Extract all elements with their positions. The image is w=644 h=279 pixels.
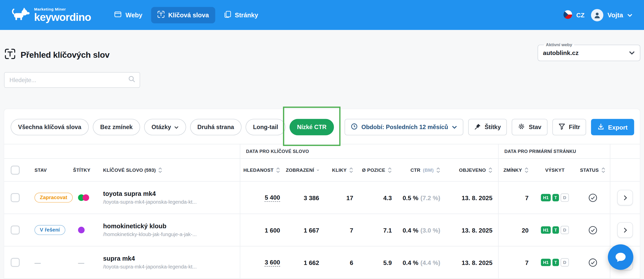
chip-label: Nízké CTR bbox=[297, 124, 327, 130]
column-header-objeveno[interactable]: OBJEVENO bbox=[446, 159, 498, 181]
chip-druha-strana[interactable]: Druhá strana bbox=[190, 119, 242, 135]
sort-icon bbox=[436, 167, 440, 173]
filter-chips-row: Všechna klíčová slova Bez zmínek Otázky … bbox=[4, 109, 640, 135]
zobrazeni-value: 1 662 bbox=[304, 259, 319, 266]
chevron-down-icon bbox=[627, 11, 632, 19]
kliky-value: 17 bbox=[346, 194, 353, 201]
column-header-actions bbox=[610, 159, 640, 181]
column-header-keyword[interactable]: KLÍČOVÉ SLOVO (593) bbox=[99, 159, 240, 181]
chat-launcher[interactable] bbox=[608, 244, 633, 270]
table-toolbar: Období: Posledních 12 měsíců Štítky bbox=[345, 119, 634, 135]
status-empty: — bbox=[34, 259, 41, 266]
row-checkbox[interactable] bbox=[11, 258, 20, 267]
export-button-label: Export bbox=[608, 124, 628, 131]
check-circle-icon bbox=[588, 193, 597, 202]
select-all-checkbox[interactable] bbox=[11, 165, 20, 175]
active-web-select[interactable]: Aktivní weby autoblink.cz bbox=[538, 42, 640, 61]
brand-logo[interactable]: Marketing Miner keywordino bbox=[12, 7, 91, 23]
tags-button[interactable]: Štítky bbox=[468, 119, 507, 135]
top-navbar: Marketing Miner keywordino Weby bbox=[0, 0, 644, 30]
nav-item-label: Klíčová slova bbox=[168, 11, 209, 19]
tags-button-label: Štítky bbox=[485, 124, 501, 130]
title-badge: T bbox=[552, 259, 559, 266]
column-header-zminky[interactable]: ZMÍNKY bbox=[498, 159, 534, 181]
vyskyt-badges: H1 T D bbox=[541, 226, 569, 234]
chip-label: Otázky bbox=[151, 124, 171, 130]
export-button[interactable]: Export bbox=[591, 119, 634, 135]
sort-icon bbox=[525, 167, 529, 173]
chip-vsechna-klicova-slova[interactable]: Všechna klíčová slova bbox=[11, 119, 89, 135]
sort-icon bbox=[158, 167, 162, 173]
chip-label: Druhá strana bbox=[197, 124, 234, 130]
nav-item-stranky[interactable]: Stránky bbox=[218, 7, 264, 23]
chip-long-tail[interactable]: Long-tail bbox=[246, 119, 286, 135]
state-button[interactable]: Stav bbox=[512, 119, 547, 135]
period-select[interactable]: Období: Posledních 12 měsíců bbox=[345, 119, 463, 135]
nav-item-label: Stránky bbox=[235, 11, 258, 19]
zminky-value: 7 bbox=[525, 259, 529, 266]
brand-tagline: Marketing Miner bbox=[34, 7, 91, 11]
gear-icon bbox=[518, 123, 525, 131]
hledanost-value: 3 600 bbox=[265, 258, 280, 266]
nav-item-weby[interactable]: Weby bbox=[108, 7, 148, 23]
active-web-label: Aktivní weby bbox=[544, 42, 574, 47]
table-header-row: STAV ŠTÍTKY KLÍČOVÉ SLOVO (593) HLEDANOS… bbox=[4, 159, 640, 182]
zminky-value: 7 bbox=[525, 194, 529, 201]
nav-item-klicova-slova[interactable]: Klíčová slova bbox=[151, 7, 215, 23]
h1-badge: H1 bbox=[541, 194, 551, 201]
row-expand-button[interactable] bbox=[617, 222, 633, 238]
objeveno-value: 13. 8. 2025 bbox=[462, 194, 493, 201]
pages-icon bbox=[224, 11, 231, 20]
ctr-value: 0.4 % bbox=[403, 259, 418, 266]
user-name: Vojta bbox=[608, 11, 623, 19]
ctr-value: 0.4 % bbox=[403, 227, 418, 234]
column-header-hledanost[interactable]: HLEDANOST bbox=[240, 159, 286, 181]
search-box bbox=[4, 72, 140, 88]
group-header-page-data: DATA PRO PRIMÁRNÍ STRÁNKU bbox=[498, 144, 610, 158]
chip-nizke-ctr[interactable]: Nízké CTR bbox=[290, 119, 334, 135]
column-header-stitky: ŠTÍTKY bbox=[66, 159, 99, 181]
navbar-right: CZ Vojta bbox=[563, 9, 632, 21]
column-header-ctr[interactable]: CTR (BM) bbox=[397, 159, 446, 181]
table-group-header-row: DATA PRO KLÍČOVÉ SLOVO DATA PRO PRIMÁRNÍ… bbox=[4, 144, 640, 159]
funnel-icon bbox=[559, 123, 565, 131]
column-header-vyskyt: VÝSKYT bbox=[534, 159, 575, 181]
column-header-status[interactable]: STATUS bbox=[575, 159, 610, 181]
column-header-kliky[interactable]: KLIKY bbox=[325, 159, 359, 181]
h1-badge: H1 bbox=[541, 259, 551, 266]
nav-item-label: Weby bbox=[126, 11, 142, 19]
clock-icon bbox=[351, 123, 358, 131]
brand-name: keywordino bbox=[34, 12, 91, 23]
sort-icon bbox=[488, 167, 492, 173]
filter-button[interactable]: Filtr bbox=[552, 119, 586, 135]
row-expand-button[interactable] bbox=[617, 190, 633, 205]
app: Marketing Miner keywordino Weby bbox=[0, 0, 644, 279]
state-button-label: Stav bbox=[529, 124, 541, 130]
chip-otazky[interactable]: Otázky bbox=[144, 119, 186, 135]
chip-label: Long-tail bbox=[253, 124, 278, 130]
search-input[interactable] bbox=[4, 72, 140, 88]
vyskyt-badges: H1 T D bbox=[541, 258, 569, 267]
user-menu[interactable]: Vojta bbox=[591, 9, 632, 21]
language-selector[interactable]: CZ bbox=[563, 10, 584, 20]
chat-bubble-icon bbox=[614, 251, 627, 264]
chip-bez-zminek[interactable]: Bez zmínek bbox=[93, 119, 140, 135]
row-checkbox[interactable] bbox=[11, 193, 20, 202]
status-badge[interactable]: V řešení bbox=[34, 225, 65, 235]
keywords-card: Všechna klíčová slova Bez zmínek Otázky … bbox=[4, 109, 640, 279]
check-circle-icon bbox=[588, 225, 597, 235]
keyword-link[interactable]: toyota supra mk4 bbox=[103, 190, 197, 198]
objeveno-value: 13. 8. 2025 bbox=[462, 227, 493, 234]
column-header-pozice[interactable]: Ø POZICE bbox=[359, 159, 397, 181]
group-header-keyword-data: DATA PRO KLÍČOVÉ SLOVO bbox=[240, 144, 498, 158]
hledanost-value: 5 400 bbox=[265, 194, 280, 201]
keyword-link[interactable]: supra mk4 bbox=[103, 255, 197, 262]
page-header: Přehled klíčových slov bbox=[5, 48, 109, 61]
chevron-right-icon bbox=[623, 227, 627, 233]
active-web-value: autoblink.cz bbox=[543, 49, 579, 56]
keyword-link[interactable]: homokinetický kloub bbox=[103, 223, 197, 230]
column-header-zobrazeni[interactable]: ZOBRAZENÍ bbox=[286, 159, 325, 181]
description-badge: D bbox=[561, 258, 569, 267]
table-row: Zapracovat toyota supra mk4 /toyota-supr… bbox=[4, 182, 640, 214]
row-checkbox[interactable] bbox=[11, 226, 20, 235]
